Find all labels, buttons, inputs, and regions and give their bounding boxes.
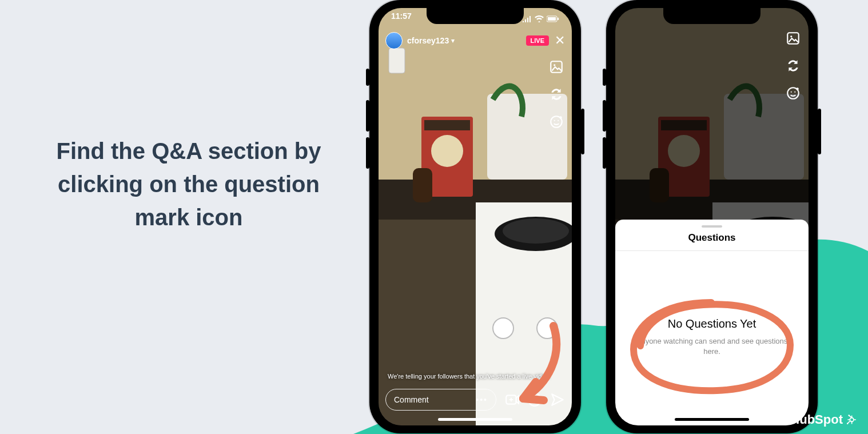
svg-point-38	[790, 35, 792, 37]
svg-rect-9	[424, 120, 470, 130]
svg-point-22	[559, 116, 562, 118]
hubspot-sprocket-icon	[845, 414, 857, 425]
svg-point-42	[796, 87, 798, 90]
headline: Find the Q&A section by clicking on the …	[34, 134, 343, 234]
drawer-handle[interactable]	[702, 225, 722, 228]
status-bar: 11:57	[379, 11, 572, 26]
volume-down-button	[366, 137, 369, 169]
svg-rect-16	[548, 17, 556, 21]
svg-point-41	[794, 91, 795, 93]
battery-icon	[547, 15, 559, 22]
questions-drawer[interactable]: Questions No Questions Yet Anyone watchi…	[615, 220, 809, 425]
username[interactable]: cforsey123	[407, 36, 449, 45]
svg-point-6	[503, 218, 569, 244]
svg-rect-36	[650, 168, 669, 202]
svg-point-44	[848, 415, 850, 416]
live-header: cforsey123 ▾ LIVE ✕	[385, 31, 565, 50]
mute-switch	[366, 69, 369, 86]
signal-icon	[523, 15, 532, 22]
svg-point-40	[791, 91, 792, 93]
svg-point-43	[850, 418, 854, 422]
phone-notch	[663, 8, 761, 24]
power-button	[818, 109, 821, 154]
svg-rect-35	[661, 120, 707, 130]
svg-rect-11	[389, 48, 405, 73]
switch-camera-icon[interactable]	[786, 58, 801, 73]
svg-rect-15	[558, 18, 559, 20]
svg-point-21	[558, 120, 559, 121]
right-toolbar	[786, 31, 801, 101]
live-badge: LIVE	[526, 35, 549, 46]
chevron-down-icon[interactable]: ▾	[451, 37, 455, 45]
svg-point-34	[668, 135, 700, 167]
power-button	[581, 109, 584, 154]
mute-switch	[603, 69, 606, 86]
svg-rect-30	[724, 94, 804, 180]
gallery-icon[interactable]	[549, 59, 564, 74]
svg-point-18	[554, 64, 555, 66]
phone-right: Questions No Questions Yet Anyone watchi…	[606, 0, 818, 433]
svg-point-45	[847, 423, 849, 424]
comment-placeholder: Comment	[394, 395, 429, 404]
status-time: 11:57	[391, 11, 412, 26]
volume-up-button	[603, 100, 606, 132]
face-filter-icon[interactable]	[549, 114, 564, 129]
status-indicators	[523, 11, 559, 26]
volume-up-button	[366, 100, 369, 132]
drawer-title: Questions	[615, 232, 809, 251]
gallery-icon[interactable]	[786, 31, 801, 46]
tutorial-slide: Find the Q&A section by clicking on the …	[0, 0, 868, 434]
comment-input[interactable]: Comment •••	[385, 389, 496, 411]
phone-screen: Questions No Questions Yet Anyone watchi…	[615, 8, 809, 425]
drawer-body: No Questions Yet Anyone watching can sen…	[615, 251, 809, 423]
right-toolbar	[549, 59, 564, 129]
svg-point-8	[431, 135, 463, 167]
avatar[interactable]	[385, 32, 403, 49]
home-indicator[interactable]	[675, 418, 749, 421]
wifi-icon	[535, 15, 544, 22]
close-icon[interactable]: ✕	[555, 34, 565, 47]
switch-camera-icon[interactable]	[549, 87, 564, 102]
face-filter-icon[interactable]	[786, 86, 801, 101]
annotation-arrow	[499, 321, 568, 413]
more-icon[interactable]: •••	[476, 395, 488, 404]
volume-down-button	[603, 137, 606, 169]
annotation-circle	[626, 292, 797, 401]
svg-point-20	[554, 120, 555, 121]
svg-rect-10	[413, 168, 432, 202]
home-indicator[interactable]	[438, 418, 512, 421]
